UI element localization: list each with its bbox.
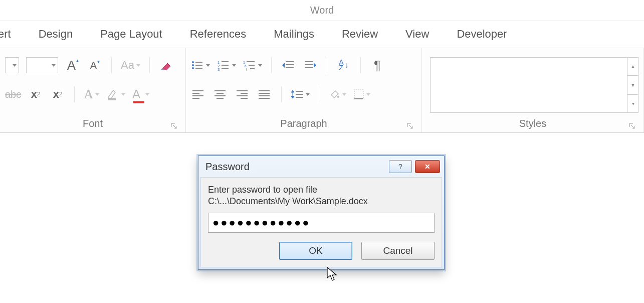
align-center-icon [214, 89, 227, 99]
borders-icon [353, 89, 364, 100]
numbering-button[interactable]: 123 [217, 57, 236, 73]
cancel-button[interactable]: Cancel [361, 242, 435, 260]
svg-rect-28 [192, 98, 199, 99]
dialog-titlebar[interactable]: Password ? ✕ [198, 156, 444, 177]
show-hide-marks-button[interactable]: ¶ [370, 57, 385, 73]
group-label-font: Font [5, 116, 180, 132]
eraser-icon [159, 58, 173, 72]
numbering-icon: 123 [217, 60, 230, 71]
svg-rect-30 [217, 93, 224, 94]
svg-text:1: 1 [243, 61, 245, 64]
svg-rect-22 [305, 61, 313, 62]
svg-rect-42 [296, 94, 303, 95]
svg-rect-4 [195, 65, 202, 66]
font-color-button[interactable]: A [132, 86, 149, 102]
ribbon: A▴ A▾ Aa abc [0, 48, 644, 133]
bullets-button[interactable] [191, 57, 210, 73]
decrease-indent-button[interactable] [281, 57, 296, 73]
svg-rect-31 [214, 95, 226, 96]
text-effects-button[interactable]: A [84, 86, 99, 102]
group-label-paragraph: Paragraph [191, 116, 416, 132]
strikethrough-button[interactable]: abc [5, 86, 21, 102]
justify-icon [259, 89, 271, 99]
font-name-dropdown[interactable] [5, 57, 19, 73]
align-right-button[interactable] [235, 86, 250, 102]
tab-page-layout[interactable]: Page Layout [100, 28, 162, 41]
svg-rect-26 [192, 93, 199, 94]
dialog-title: Password [205, 161, 250, 173]
svg-rect-33 [237, 90, 248, 91]
separator [281, 86, 282, 102]
shrink-font-button[interactable]: A▾ [87, 57, 102, 73]
sort-button[interactable]: AZ ↓ [336, 57, 351, 73]
svg-rect-38 [259, 93, 270, 94]
superscript-button[interactable]: x2 [50, 86, 65, 102]
gallery-scroll-up-button[interactable]: ▲ [627, 57, 638, 76]
window-title: Word [0, 0, 644, 21]
svg-rect-0 [108, 98, 116, 100]
svg-rect-23 [305, 64, 313, 65]
font-dialog-launcher-icon[interactable] [170, 122, 177, 129]
paint-bucket-icon [328, 89, 340, 100]
justify-button[interactable] [257, 86, 272, 102]
shading-button[interactable] [328, 86, 346, 102]
svg-rect-16 [249, 65, 255, 66]
svg-rect-36 [241, 98, 248, 99]
svg-rect-10 [222, 65, 229, 66]
multilevel-list-button[interactable]: 1ai [243, 57, 262, 73]
svg-rect-43 [296, 97, 303, 98]
separator [149, 57, 150, 73]
password-input[interactable] [208, 213, 435, 233]
align-left-button[interactable] [191, 86, 206, 102]
group-paragraph: 123 1ai AZ ↓ ¶ [186, 48, 422, 132]
ok-button[interactable]: OK [279, 242, 352, 260]
change-case-button[interactable]: Aa [121, 57, 140, 73]
subscript-button[interactable]: x2 [28, 86, 43, 102]
tab-design[interactable]: Design [39, 28, 73, 41]
svg-rect-8 [222, 61, 229, 62]
font-size-dropdown[interactable] [26, 57, 58, 73]
separator [111, 57, 112, 73]
dialog-close-button[interactable]: ✕ [415, 160, 440, 173]
tab-references[interactable]: References [190, 28, 247, 41]
gallery-scroll-down-button[interactable]: ▼ [627, 76, 638, 94]
dialog-help-button[interactable]: ? [389, 160, 412, 173]
group-font: A▴ A▾ Aa abc [0, 48, 186, 132]
styles-gallery[interactable]: ▲ ▼ ▾ [430, 57, 638, 113]
tab-developer[interactable]: Developer [457, 28, 507, 41]
borders-button[interactable] [353, 86, 370, 102]
clear-formatting-button[interactable] [159, 57, 174, 73]
tab-insert-partial[interactable]: ert [0, 28, 11, 41]
align-right-icon [237, 89, 249, 99]
highlight-button[interactable] [106, 86, 125, 102]
svg-rect-14 [247, 61, 255, 62]
tab-view[interactable]: View [405, 28, 429, 41]
svg-rect-34 [241, 93, 248, 94]
styles-dialog-launcher-icon[interactable] [628, 122, 635, 129]
svg-rect-18 [250, 68, 255, 69]
separator [271, 57, 272, 73]
align-center-button[interactable] [213, 86, 228, 102]
indent-icon [304, 60, 317, 71]
ribbon-tabs: ert Design Page Layout References Mailin… [0, 21, 644, 48]
password-dialog: Password ? ✕ Enter password to open file… [198, 156, 445, 270]
svg-point-3 [192, 64, 194, 66]
tab-mailings[interactable]: Mailings [274, 28, 314, 41]
svg-rect-2 [195, 62, 202, 63]
paragraph-dialog-launcher-icon[interactable] [406, 122, 413, 129]
bullets-icon [191, 60, 204, 71]
increase-indent-button[interactable] [303, 57, 318, 73]
outdent-icon [282, 60, 295, 71]
svg-rect-25 [192, 90, 203, 91]
grow-font-button[interactable]: A▴ [65, 57, 80, 73]
line-spacing-button[interactable] [291, 86, 310, 102]
svg-rect-35 [237, 95, 248, 96]
svg-text:a: a [245, 64, 247, 68]
svg-rect-39 [259, 95, 270, 96]
align-left-icon [192, 89, 204, 99]
gallery-expand-button[interactable]: ▾ [627, 95, 638, 113]
svg-rect-40 [259, 98, 270, 99]
tab-review[interactable]: Review [342, 28, 378, 41]
separator [327, 57, 327, 73]
svg-point-44 [337, 96, 339, 98]
